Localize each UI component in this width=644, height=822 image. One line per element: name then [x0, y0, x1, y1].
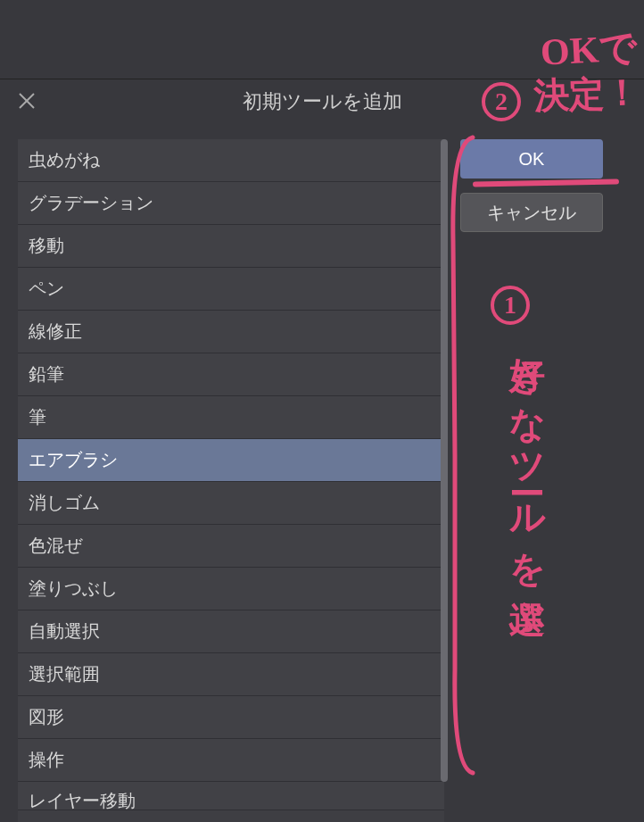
cancel-button[interactable]: キャンセル: [460, 193, 603, 232]
add-default-tool-dialog: 初期ツールを追加 虫めがねグラデーション移動ペン線修正鉛筆筆エアブラシ消しゴム色…: [0, 79, 644, 822]
list-item-label: レイヤー移動: [29, 789, 136, 810]
list-item-label: ペン: [29, 277, 64, 301]
list-item[interactable]: 虫めがね: [18, 139, 444, 182]
list-item-label: 自動選択: [29, 619, 100, 643]
list-item-label: 線修正: [29, 320, 82, 344]
list-item[interactable]: 消しゴム: [18, 482, 444, 525]
tool-list-container: 虫めがねグラデーション移動ペン線修正鉛筆筆エアブラシ消しゴム色混ぜ塗りつぶし自動…: [18, 139, 444, 822]
list-item[interactable]: エアブラシ: [18, 439, 444, 482]
close-icon: [18, 92, 36, 110]
list-item[interactable]: グラデーション: [18, 182, 444, 225]
list-item-label: 鉛筆: [29, 362, 64, 386]
list-item[interactable]: 操作: [18, 739, 444, 782]
top-bar: [0, 0, 644, 79]
list-item[interactable]: ペン: [18, 268, 444, 311]
list-item-label: 消しゴム: [29, 491, 100, 515]
list-item-label: 図形: [29, 705, 64, 729]
close-button[interactable]: [16, 90, 37, 112]
right-panel: OK キャンセル: [460, 139, 603, 822]
dialog-header: 初期ツールを追加: [0, 79, 644, 123]
list-item-label: 選択範囲: [29, 662, 100, 686]
dialog-body: 虫めがねグラデーション移動ペン線修正鉛筆筆エアブラシ消しゴム色混ぜ塗りつぶし自動…: [0, 123, 644, 822]
tool-list[interactable]: 虫めがねグラデーション移動ペン線修正鉛筆筆エアブラシ消しゴム色混ぜ塗りつぶし自動…: [18, 139, 444, 822]
list-item[interactable]: 色混ぜ: [18, 525, 444, 568]
list-item[interactable]: レイヤー移動: [18, 782, 444, 810]
list-item[interactable]: 図形: [18, 696, 444, 739]
list-item-label: エアブラシ: [29, 448, 118, 472]
list-item-label: 移動: [29, 234, 64, 258]
list-item[interactable]: 塗りつぶし: [18, 568, 444, 610]
list-item-label: 虫めがね: [29, 148, 100, 172]
scrollbar[interactable]: [441, 139, 448, 782]
ok-button[interactable]: OK: [460, 139, 603, 179]
dialog-title: 初期ツールを追加: [0, 88, 644, 115]
list-item-label: 塗りつぶし: [29, 577, 118, 601]
list-item-label: 筆: [29, 405, 46, 429]
list-item-label: 色混ぜ: [29, 534, 82, 558]
list-item[interactable]: 筆: [18, 396, 444, 439]
list-item[interactable]: 自動選択: [18, 610, 444, 653]
list-item-label: グラデーション: [29, 191, 153, 215]
list-item[interactable]: 線修正: [18, 311, 444, 353]
list-item[interactable]: 移動: [18, 225, 444, 268]
list-item[interactable]: 選択範囲: [18, 653, 444, 696]
list-item[interactable]: 鉛筆: [18, 353, 444, 396]
list-item-label: 操作: [29, 748, 64, 772]
